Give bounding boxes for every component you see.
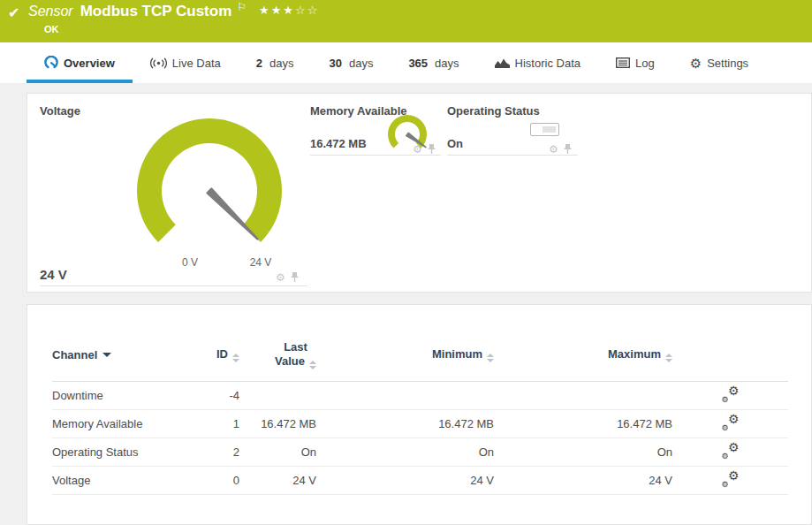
- status-switch-graphic: [530, 123, 559, 136]
- cell-id: 0: [185, 467, 239, 495]
- channel-settings-icon[interactable]: ⚙⚙: [722, 472, 740, 487]
- pin-icon[interactable]: [427, 143, 436, 155]
- stars-filled[interactable]: ★★★: [259, 4, 295, 17]
- gear-icon[interactable]: ⚙: [276, 272, 285, 283]
- tab-2-days[interactable]: 2 days: [239, 42, 312, 83]
- tab-label: Historic Data: [515, 57, 581, 70]
- col-label: Maximum: [608, 347, 661, 361]
- tab-overview[interactable]: Overview: [27, 42, 133, 83]
- cell-channel[interactable]: Memory Available: [52, 410, 185, 438]
- table-row[interactable]: Operating Status 2 On On On ⚙⚙: [52, 438, 788, 467]
- channel-table: Channel ID Last Value Minimum Maximum: [52, 340, 788, 495]
- gear-icon[interactable]: ⚙: [549, 144, 558, 155]
- tab-label: Live Data: [172, 57, 221, 70]
- cell-id: 1: [185, 410, 239, 438]
- pin-icon[interactable]: [563, 143, 573, 155]
- col-label: ID: [216, 347, 228, 361]
- sort-icons: [309, 361, 316, 369]
- live-broadcast-icon: [150, 57, 167, 70]
- cell-last-value: On: [239, 438, 316, 467]
- sensor-name: Modbus TCP Custom: [80, 3, 232, 20]
- priority-flag-icon[interactable]: ⚐: [237, 1, 247, 13]
- tab-label: days: [269, 57, 293, 70]
- col-label: Channel: [52, 348, 97, 361]
- gauge-title: Operating Status: [447, 104, 540, 118]
- sort-desc-icon: [102, 353, 111, 357]
- widget-underline: [310, 155, 441, 156]
- stars-empty[interactable]: ☆☆: [295, 4, 319, 17]
- table-row[interactable]: Memory Available 1 16.472 MB 16.472 MB 1…: [52, 410, 788, 438]
- gauges-panel: Voltage 0 V 24 V 24 V ⚙ Memory Available…: [27, 93, 812, 293]
- col-label: Minimum: [432, 347, 482, 361]
- sort-icons: [232, 354, 239, 362]
- object-type-label: Sensor: [28, 4, 73, 19]
- widget-actions: ⚙: [549, 143, 573, 155]
- tab-number: 30: [329, 57, 341, 70]
- tab-settings[interactable]: ⚙ Settings: [672, 42, 766, 83]
- tab-number: 365: [408, 57, 428, 70]
- tab-log[interactable]: Log: [598, 42, 672, 83]
- tab-label: Settings: [707, 57, 748, 70]
- cell-last-value: 16.472 MB: [239, 410, 316, 438]
- cell-channel[interactable]: Operating Status: [52, 438, 185, 467]
- col-header-last-value[interactable]: Last Value: [239, 340, 316, 382]
- tab-number: 2: [256, 57, 262, 70]
- tab-label: Overview: [64, 57, 115, 70]
- cell-channel[interactable]: Downtime: [52, 382, 185, 410]
- gauge-value: 16.472 MB: [310, 137, 367, 150]
- cell-minimum: 16.472 MB: [316, 410, 494, 438]
- col-header-id[interactable]: ID: [185, 340, 239, 382]
- cell-maximum: 16.472 MB: [494, 410, 672, 438]
- tab-label: Log: [635, 57, 655, 70]
- col-header-channel[interactable]: Channel: [52, 340, 185, 382]
- chart-mountains-icon: [495, 57, 510, 69]
- tab-live-data[interactable]: Live Data: [133, 42, 239, 83]
- cell-channel[interactable]: Voltage: [52, 467, 185, 495]
- gear-icon[interactable]: ⚙: [413, 144, 422, 155]
- cell-minimum: [316, 382, 494, 410]
- tab-365-days[interactable]: 365 days: [391, 42, 476, 83]
- widget-underline: [40, 285, 307, 286]
- widget-underline: [447, 155, 578, 156]
- sensor-status-badge: OK: [44, 24, 59, 34]
- sensor-header: ✔ Sensor Modbus TCP Custom ⚐ ★★★☆☆ OK: [0, 0, 812, 42]
- switch-knob: [543, 126, 556, 133]
- pin-icon[interactable]: [290, 271, 300, 283]
- cell-last-value: [239, 382, 316, 410]
- cell-maximum: On: [494, 438, 672, 467]
- table-row[interactable]: Downtime -4 ⚙⚙: [52, 382, 788, 410]
- channels-panel: Channel ID Last Value Minimum Maximum: [27, 304, 812, 525]
- cell-maximum: [494, 382, 672, 410]
- gauge-value: 24 V: [40, 267, 67, 282]
- widget-actions: ⚙: [413, 143, 436, 155]
- channel-settings-icon[interactable]: ⚙⚙: [722, 387, 740, 402]
- cell-last-value: 24 V: [239, 467, 316, 495]
- voltage-gauge: [103, 98, 315, 266]
- tab-historic-data[interactable]: Historic Data: [477, 42, 598, 83]
- sort-icons: [487, 354, 494, 362]
- status-check-icon: ✔: [8, 4, 19, 21]
- tab-label: days: [435, 57, 459, 70]
- gear-icon: ⚙: [690, 57, 702, 70]
- priority-stars[interactable]: ★★★☆☆: [259, 4, 319, 17]
- tab-label: days: [349, 57, 373, 70]
- table-header-row: Channel ID Last Value Minimum Maximum: [52, 340, 788, 382]
- col-label: Value: [275, 354, 305, 368]
- col-header-actions: [672, 340, 788, 382]
- cell-id: -4: [185, 382, 239, 410]
- col-label: Last: [284, 340, 307, 354]
- gauge-icon: [44, 56, 58, 70]
- channel-settings-icon[interactable]: ⚙⚙: [722, 444, 740, 459]
- table-row[interactable]: Voltage 0 24 V 24 V 24 V ⚙⚙: [52, 467, 788, 495]
- gauge-max-label: 24 V: [250, 256, 272, 269]
- cell-id: 2: [185, 438, 239, 467]
- col-header-maximum[interactable]: Maximum: [494, 340, 672, 382]
- sort-icons: [665, 354, 672, 362]
- channel-settings-icon[interactable]: ⚙⚙: [722, 415, 740, 430]
- gauge-needle: [208, 189, 258, 240]
- col-header-minimum[interactable]: Minimum: [316, 340, 494, 382]
- gauge-value: On: [447, 137, 463, 150]
- cell-minimum: On: [316, 438, 494, 467]
- tab-30-days[interactable]: 30 days: [311, 42, 391, 83]
- tab-bar: Overview Live Data 2 days 30 days 365 da…: [0, 42, 812, 83]
